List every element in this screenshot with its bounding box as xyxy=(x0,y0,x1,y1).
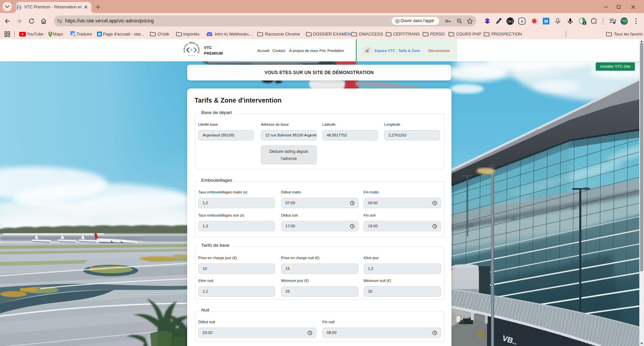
svg-text:1: 1 xyxy=(584,21,585,25)
svg-text:M: M xyxy=(544,19,548,24)
svg-text:S: S xyxy=(521,19,523,24)
svg-text:[w]: [w] xyxy=(507,20,513,23)
svg-text:dwaccess.fr: dwaccess.fr xyxy=(188,55,196,56)
svg-text:文: 文 xyxy=(73,34,76,37)
